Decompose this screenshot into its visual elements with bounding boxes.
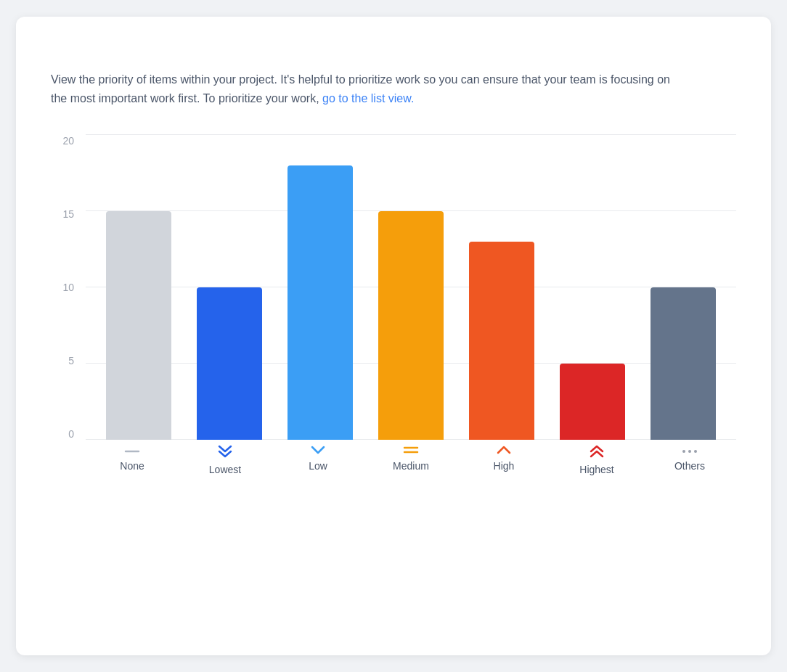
x-label-lowest: Lowest: [179, 440, 272, 483]
priority-icon-low: [310, 444, 326, 457]
svg-point-3: [682, 450, 685, 453]
x-label-none: None: [86, 440, 179, 483]
bar-group-low[interactable]: [274, 135, 365, 440]
y-axis-label: 20: [62, 135, 74, 147]
x-label-highest: Highest: [550, 440, 643, 483]
priority-icon-others: [682, 444, 698, 457]
x-label-text-highest: Highest: [579, 464, 613, 475]
x-label-text-high: High: [494, 460, 515, 472]
bar-group-highest[interactable]: [547, 135, 638, 440]
chart-plot-area: [86, 135, 736, 440]
x-label-medium: Medium: [364, 440, 457, 483]
priority-icon-medium: [403, 444, 419, 457]
bar-high[interactable]: [469, 242, 534, 440]
svg-point-4: [688, 450, 691, 453]
priority-icon-high: [496, 444, 512, 457]
bar-others[interactable]: [651, 287, 716, 440]
bar-lowest[interactable]: [197, 287, 262, 440]
bar-group-medium[interactable]: [365, 135, 456, 440]
y-axis-label: 5: [68, 355, 74, 366]
bars-container: [86, 135, 736, 440]
x-label-text-others: Others: [674, 460, 705, 472]
list-view-link[interactable]: go to the list view.: [322, 92, 414, 105]
y-axis: 20151050: [51, 135, 80, 440]
x-label-high: High: [457, 440, 550, 483]
y-axis-label: 0: [68, 428, 74, 440]
x-axis: NoneLowestLowMediumHighHighestOthers: [86, 440, 736, 483]
svg-point-5: [694, 450, 697, 453]
bar-group-high[interactable]: [457, 135, 547, 440]
bar-group-others[interactable]: [638, 135, 729, 440]
card-description: View the priority of items within your p…: [51, 70, 675, 109]
x-label-others: Others: [643, 440, 736, 483]
y-axis-label: 10: [62, 282, 74, 293]
bar-highest[interactable]: [560, 364, 625, 440]
priority-icon-lowest: [217, 444, 233, 461]
x-label-low: Low: [272, 440, 364, 483]
y-axis-label: 15: [62, 208, 74, 220]
bar-group-none[interactable]: [93, 135, 184, 440]
bar-medium[interactable]: [378, 211, 444, 440]
priority-breakdown-card: View the priority of items within your p…: [16, 17, 771, 655]
card-header: [51, 46, 736, 50]
x-label-text-low: Low: [309, 460, 327, 472]
priority-icon-highest: [589, 444, 605, 461]
x-label-text-none: None: [120, 460, 144, 472]
priority-icon-none: [124, 444, 140, 457]
x-label-text-lowest: Lowest: [209, 464, 241, 475]
bar-low[interactable]: [288, 165, 353, 440]
bar-group-lowest[interactable]: [184, 135, 274, 440]
bar-chart: 20151050 NoneLowestLowMediumHighHighestO…: [51, 135, 736, 483]
x-label-text-medium: Medium: [393, 460, 429, 472]
bar-none[interactable]: [106, 211, 171, 440]
